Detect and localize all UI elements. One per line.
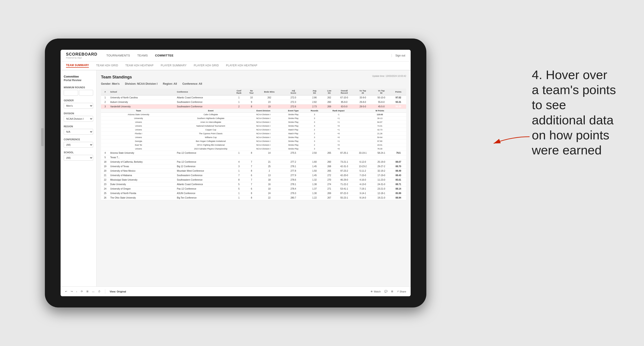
tooltip-data-row: Univers 2023 Sahalee Players Championshi… (101, 147, 406, 151)
clock-button[interactable]: ⏱ (98, 290, 100, 293)
cell-rank: 21 (101, 173, 109, 178)
cell-points-highlighted[interactable]: 90.30 (391, 104, 406, 109)
range-inputs (64, 90, 93, 96)
cell-rank: 20 (101, 169, 109, 173)
table-row-highlighted: 3 Vanderbilt University Southeastern Con… (101, 104, 406, 109)
sidebar: Committee Portal Review Minimum Rounds G… (60, 70, 96, 286)
tablet-screen: SCOREBOARD Powered by clippi TOURNAMENTS… (60, 50, 411, 296)
cell-conference: Pac-12 Conference (176, 187, 232, 191)
nav-committee[interactable]: COMMITTEE (155, 54, 174, 57)
td-division: NCAA Division I (246, 139, 281, 143)
cell-rank: 19 (101, 164, 109, 169)
cell-points[interactable] (391, 155, 406, 160)
cell-points[interactable]: 88.43 (391, 173, 406, 178)
tab-team-h2h-grid[interactable]: TEAM H2H GRID (96, 64, 118, 67)
nav-back-button[interactable]: ‹ (76, 290, 77, 293)
cell-points[interactable]: 88.70 (391, 164, 406, 169)
cell-points[interactable]: 79.5 (391, 151, 406, 155)
cell-vs25: 4-13-0 (354, 182, 372, 187)
cell-low-sg: 260 (324, 100, 335, 104)
td-points: 110.63 (354, 113, 406, 117)
table-row: 18 University of California, Berkeley Pa… (101, 160, 406, 164)
cell-adj-score (281, 155, 306, 160)
feedback-button[interactable]: 💬 (384, 290, 388, 293)
td-event: The Cypress Point Classic (176, 132, 246, 136)
gender-select[interactable]: Men's Women's (64, 103, 93, 109)
tab-player-h2h-heatmap[interactable]: PLAYER H2H HEATMAP (226, 64, 258, 67)
cell-points[interactable]: 93.31 (391, 100, 406, 104)
cell-school: University of North Florida (109, 191, 176, 196)
cell-avg-score: 1.60 (306, 160, 324, 164)
cell-points[interactable]: 85.61 (391, 178, 406, 182)
filter-school: School (All) (64, 151, 93, 161)
cell-no-tour: 10 (246, 95, 258, 100)
redo-button[interactable]: ↪ (71, 290, 73, 293)
cell-conf-rank: 1 (232, 100, 246, 104)
filter-school-label: School (64, 151, 93, 154)
nav-links: TOURNAMENTS TEAMS COMMITTEE (106, 54, 392, 57)
nav-tournaments[interactable]: TOURNAMENTS (106, 54, 130, 57)
right-panel: Team Standings Update time: 13/03/2024 1… (96, 70, 411, 286)
cell-adj-score: 280.7 (281, 196, 306, 200)
tab-player-h2h-grid[interactable]: PLAYER H2H GRID (194, 64, 219, 67)
arrow-svg (489, 132, 534, 150)
cell-low-sg: 265 (324, 169, 335, 173)
tab-team-summary[interactable]: TEAM SUMMARY (66, 64, 89, 68)
filter-division-label: Division (64, 112, 93, 115)
tablet-home-button[interactable] (41, 128, 44, 146)
cell-points[interactable]: 88.14 (391, 187, 406, 191)
td-rounds: 3 (306, 147, 324, 151)
tab-player-summary[interactable]: PLAYER SUMMARY (161, 64, 186, 67)
cell-overall: 63-5-0 (335, 104, 354, 109)
table-row: 25 University of North Florida ASUN Conf… (101, 191, 406, 196)
annotation-text: 4. Hover over a team's points to see add… (532, 67, 617, 158)
cell-points[interactable]: 97.02 (391, 95, 406, 100)
cell-vs50: 29-27-2 (372, 164, 391, 169)
sign-out-button[interactable]: Sign out (392, 54, 405, 57)
watch-button[interactable]: 👁 Watch (370, 290, 381, 293)
col-conf-rank: ConfRank (232, 89, 246, 95)
cell-overall: 53-41-1 (335, 187, 354, 191)
cell-conf-rank: 4 (232, 160, 246, 164)
cell-low-sg: 265 (324, 151, 335, 155)
min-rounds-min[interactable] (64, 90, 78, 96)
td-rounds: 2 (306, 132, 324, 136)
cell-points[interactable]: 85.99 (391, 191, 406, 196)
region-select[interactable]: N/A All (64, 129, 93, 135)
conference-select[interactable]: (All) (64, 142, 93, 148)
refresh-button[interactable]: ⟳ (81, 290, 83, 293)
sidebar-title: Committee (64, 75, 93, 78)
cell-vs50: 11-23-0 (372, 178, 391, 182)
division-select[interactable]: NCAA Division I NCAA Division II NCAA Di… (64, 116, 93, 122)
cell-vs50: 45-5-0 (372, 104, 391, 109)
min-rounds-max[interactable] (79, 90, 93, 96)
dash-button[interactable]: — (92, 290, 94, 293)
grid-button[interactable]: ⊞ (391, 290, 393, 293)
nav-teams[interactable]: TEAMS (137, 54, 148, 57)
cell-points[interactable]: 88.07 (391, 160, 406, 164)
tab-team-h2h-heatmap[interactable]: TEAM H2H HEATMAP (125, 64, 154, 67)
cell-rank: 4 (101, 151, 109, 155)
td-event: National Invitational Tournament (176, 124, 246, 128)
copy-button[interactable]: ⊞ (86, 290, 88, 293)
col-avg-score: AvgSG (306, 89, 324, 95)
cell-vs50: 17-19-0 (372, 173, 391, 178)
cell-bnds-wins: 2 (258, 169, 281, 173)
cell-points[interactable]: 88.94 (391, 196, 406, 200)
cell-vs50 (372, 155, 391, 160)
col-vs25: Vs Top25 (354, 89, 372, 95)
cell-vs25: 5-11-2 (354, 169, 372, 173)
cell-avg-score: 2.73 (306, 104, 324, 109)
cell-points[interactable]: 88.71 (391, 182, 406, 187)
gender-filter-label: Gender: Men's (101, 82, 120, 85)
cell-conference: Southeastern Conference (176, 173, 232, 178)
share-button[interactable]: ↗ Share (397, 290, 406, 293)
cell-school: Auburn University (109, 100, 176, 104)
cell-bnds-wins: 16 (258, 182, 281, 187)
cell-points[interactable]: 88.49 (391, 169, 406, 173)
cell-no-tour (246, 155, 258, 160)
school-select[interactable]: (All) (64, 155, 93, 161)
cell-conf-rank: 1 (232, 169, 246, 173)
undo-button[interactable]: ↩ (65, 290, 67, 293)
filter-region: Region N/A All (64, 125, 93, 135)
